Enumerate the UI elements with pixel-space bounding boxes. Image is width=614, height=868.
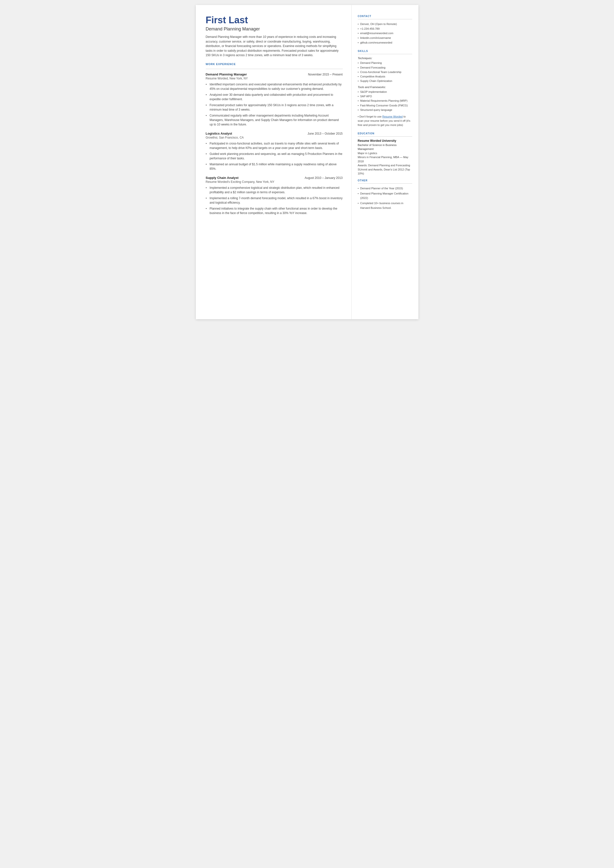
contact-item-0: Denver, OH (Open to Remote) [358, 22, 412, 26]
technique-3: Competitive Analysis [358, 74, 412, 79]
education-title: EDUCATION [358, 132, 412, 135]
tool-0: S&OP implementation [358, 90, 412, 94]
contact-item-3: linkedin.com/in/username [358, 36, 412, 40]
other-item-0: Demand Planner of the Year (2015) [358, 186, 412, 191]
bullet-2-3: Maintained an annual budget of $1.5 mill… [206, 162, 343, 171]
tool-1: SAP APO [358, 94, 412, 98]
tools-list: S&OP implementation SAP APO Material Req… [358, 90, 412, 112]
bullet-3-2: Implemented a rolling 7-month demand for… [206, 196, 343, 205]
work-divider [206, 69, 343, 69]
name: First Last [206, 15, 343, 25]
summary: Demand Planning Manager with more than 1… [206, 35, 343, 57]
work-experience-title: WORK EXPERIENCE [206, 63, 343, 67]
work-entry-3: Supply Chain Analyst August 2010 – Janua… [206, 176, 343, 215]
work-header-1: Demand Planning Manager November 2015 – … [206, 73, 343, 76]
skills-section: SKILLS Techniques: Demand Planning Deman… [358, 50, 412, 127]
contact-item-1: +1-234-456-789 [358, 26, 412, 31]
bullet-1-4: Communicated regularly with other manage… [206, 113, 343, 127]
bullet-1-2: Analyzed over 30 demand data quarterly a… [206, 93, 343, 101]
bullet-1-3: Forecasted product sales for approximate… [206, 103, 343, 112]
edu-detail-0-2: Awards: Demand Planning and Forecasting … [358, 163, 412, 175]
contact-title: CONTACT [358, 15, 412, 17]
tool-3: Fast-Moving Consumer Goods (FMCG) [358, 103, 412, 108]
resume-worded-link[interactable]: Resume Worded [382, 115, 403, 118]
bullet-1-1: Identified important concerns and execut… [206, 82, 343, 91]
work-position-2: Logistics Analyst [206, 132, 232, 135]
techniques-list: Demand Planning Demand Forecasting Cross… [358, 61, 412, 83]
technique-1: Demand Forecasting [358, 65, 412, 70]
work-dates-1: November 2015 – Present [308, 73, 343, 76]
technique-4: Supply Chain Optimization [358, 79, 412, 83]
bullet-3-1: Implemented a comprehensive logistical a… [206, 186, 343, 194]
other-item-2: Completed 10+ business courses in Harvar… [358, 201, 412, 210]
work-header-2: Logistics Analyst June 2013 – October 20… [206, 132, 343, 135]
work-position-3: Supply Chain Analyst [206, 176, 239, 180]
edu-entry-0: Resume Worded University Bachelor of Sci… [358, 139, 412, 175]
work-entry-1: Demand Planning Manager November 2015 – … [206, 73, 343, 127]
education-section: EDUCATION Resume Worded University Bache… [358, 132, 412, 175]
bullet-2-2: Guided work planning procedures and sequ… [206, 152, 343, 161]
contact-divider [358, 19, 412, 19]
tool-4: Structured query language [358, 108, 412, 112]
work-entry-2: Logistics Analyst June 2013 – October 20… [206, 132, 343, 171]
other-title: OTHER [358, 179, 412, 182]
edu-school-0: Resume Worded University [358, 139, 412, 143]
edu-detail-0-1: Minors in Financial Planning, MBA — May … [358, 155, 412, 163]
skills-title: SKILLS [358, 50, 412, 53]
tools-label: Tools and Frameworks: [358, 85, 412, 89]
work-bullets-2: Participated in cross-functional activit… [206, 141, 343, 171]
work-company-1: Resume Worded, New York, NY [206, 77, 343, 80]
contact-section: CONTACT Denver, OH (Open to Remote) +1-2… [358, 15, 412, 45]
right-column: CONTACT Denver, OH (Open to Remote) +1-2… [352, 5, 419, 319]
tool-2: Material Requirements Planning (MRP) [358, 98, 412, 103]
work-experience-section: WORK EXPERIENCE Demand Planning Manager … [206, 63, 343, 215]
left-column: First Last Demand Planning Manager Deman… [196, 5, 352, 319]
technique-2: Cross-functional Team Leadership [358, 70, 412, 74]
work-header-3: Supply Chain Analyst August 2010 – Janua… [206, 176, 343, 180]
work-bullets-3: Implemented a comprehensive logistical a… [206, 186, 343, 215]
technique-0: Demand Planning [358, 61, 412, 65]
work-dates-3: August 2010 – January 2013 [305, 176, 343, 180]
resume-page: First Last Demand Planning Manager Deman… [196, 5, 419, 319]
work-company-2: Growthsi, San Francisco, CA [206, 136, 343, 139]
bullet-3-3: Planned initiatives to integrate the sup… [206, 207, 343, 215]
work-company-3: Resume Worded's Exciting Company, New Yo… [206, 180, 343, 183]
resume-worded-note: • Don't forget to use Resume Worded to s… [358, 115, 412, 127]
bullet-2-1: Participated in cross-functional activit… [206, 141, 343, 150]
work-dates-2: June 2013 – October 2015 [307, 132, 343, 135]
contact-item-4: github.com/resumeworded [358, 40, 412, 45]
other-item-1: Demand Planning Manager Certification (2… [358, 191, 412, 200]
edu-degree-0: Bachelor of Science in Business Manageme… [358, 143, 412, 151]
education-divider [358, 136, 412, 137]
job-title: Demand Planning Manager [206, 26, 343, 32]
contact-item-2: email@resumeworded.com [358, 31, 412, 36]
work-bullets-1: Identified important concerns and execut… [206, 82, 343, 127]
contact-list: Denver, OH (Open to Remote) +1-234-456-7… [358, 22, 412, 45]
other-section: OTHER Demand Planner of the Year (2015) … [358, 179, 412, 210]
edu-detail-0-0: Major in Lgistics [358, 151, 412, 155]
other-list: Demand Planner of the Year (2015) Demand… [358, 186, 412, 210]
techniques-label: Techniques: [358, 57, 412, 60]
work-position-1: Demand Planning Manager [206, 73, 247, 76]
